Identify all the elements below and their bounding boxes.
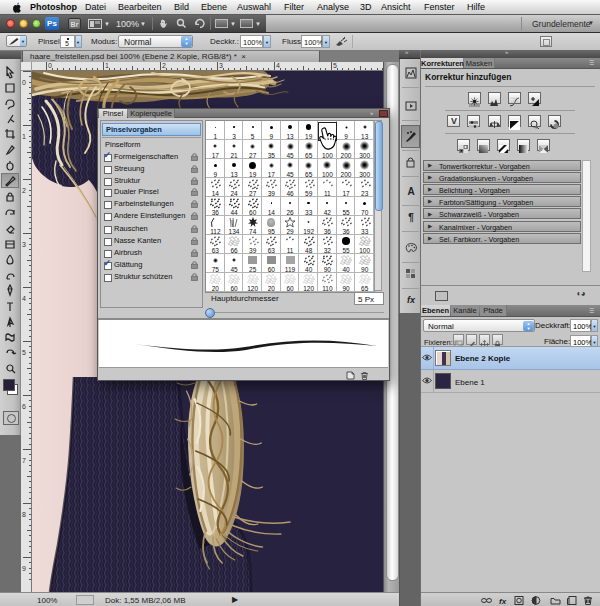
svg-text:fx: fx xyxy=(499,597,507,606)
